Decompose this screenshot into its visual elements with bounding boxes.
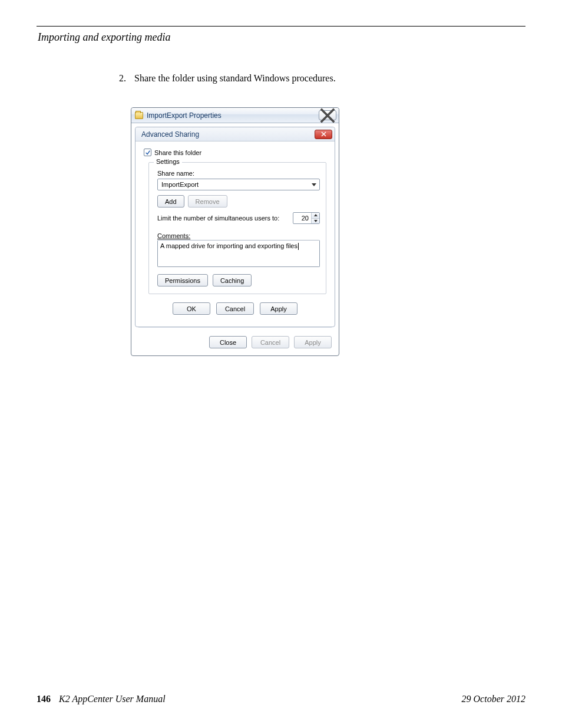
outer-cancel-button: Cancel (252, 336, 289, 348)
chevron-up-icon (314, 214, 318, 216)
share-folder-label: Share this folder (154, 149, 201, 156)
limit-users-spinner[interactable]: 20 (293, 212, 320, 224)
share-name-value: ImportExport (158, 181, 309, 188)
page-footer: 146 K2 AppCenter User Manual 29 October … (37, 694, 525, 704)
section-header: Importing and exporting media (38, 31, 525, 44)
text-caret (298, 243, 299, 250)
comments-value: A mapped drive for importing and exporti… (160, 242, 297, 249)
inner-titlebar: Advanced Sharing (135, 127, 335, 141)
permissions-button[interactable]: Permissions (157, 274, 208, 286)
inner-close-button[interactable] (315, 130, 332, 139)
share-folder-checkbox[interactable] (144, 149, 151, 156)
footer-date: 29 October 2012 (462, 694, 525, 704)
outer-titlebar: ImportExport Properties (131, 108, 339, 123)
comments-label: Comments: (157, 232, 320, 239)
folder-icon (135, 112, 143, 119)
comments-textarea[interactable]: A mapped drive for importing and exporti… (157, 240, 320, 267)
step-text: Share the folder using standard Windows … (134, 73, 336, 83)
limit-users-value: 20 (293, 213, 311, 223)
chevron-down-icon (314, 220, 318, 222)
properties-window: ImportExport Properties Advanced Sharing (131, 107, 339, 356)
spinner-down-button[interactable] (312, 218, 319, 224)
caching-button[interactable]: Caching (213, 274, 252, 286)
instruction-step: 2. Share the folder using standard Windo… (119, 73, 525, 84)
settings-legend: Settings (154, 158, 182, 165)
step-number: 2. (119, 73, 132, 84)
limit-users-label: Limit the number of simultaneous users t… (157, 215, 279, 222)
share-name-label: Share name: (157, 170, 320, 177)
remove-button: Remove (188, 195, 227, 207)
outer-close-button[interactable] (319, 110, 336, 120)
outer-apply-button: Apply (294, 336, 332, 348)
share-name-dropdown-button[interactable] (309, 179, 319, 190)
settings-groupbox: Settings Share name: ImportExport Add Re… (148, 162, 326, 294)
share-name-select[interactable]: ImportExport (157, 179, 320, 190)
apply-button[interactable]: Apply (260, 302, 297, 315)
outer-window-title: ImportExport Properties (147, 111, 319, 120)
inner-window-title: Advanced Sharing (141, 130, 315, 139)
cancel-button[interactable]: Cancel (216, 302, 254, 315)
ok-button[interactable]: OK (173, 302, 210, 315)
manual-title: K2 AppCenter User Manual (59, 694, 166, 704)
advanced-sharing-dialog: Advanced Sharing Share this folder (135, 127, 335, 327)
chevron-down-icon (312, 183, 316, 186)
page-number: 146 (37, 694, 51, 704)
top-rule (37, 26, 525, 27)
outer-close-button-btn[interactable]: Close (209, 336, 247, 348)
add-button[interactable]: Add (157, 195, 184, 207)
spinner-up-button[interactable] (312, 213, 319, 218)
